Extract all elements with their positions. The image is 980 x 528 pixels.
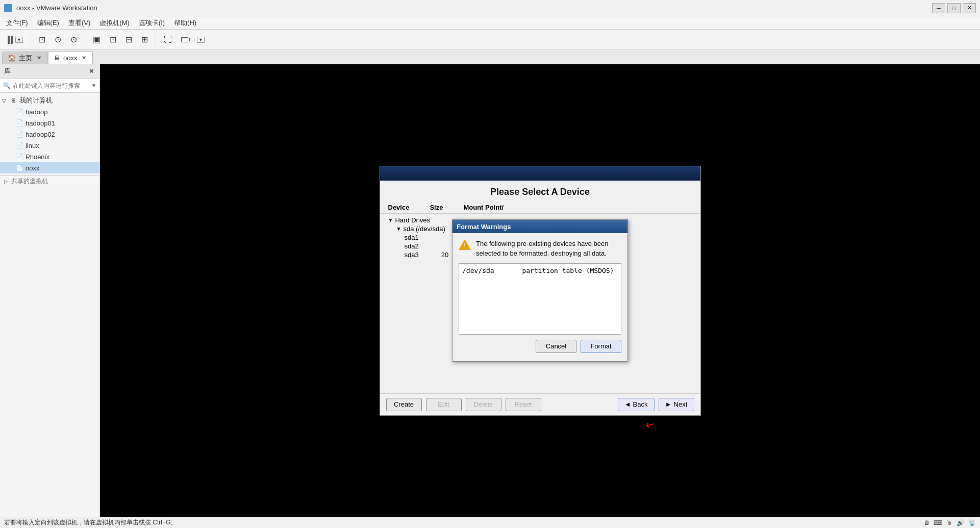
dialog-titlebar: Format Warnings	[453, 220, 627, 233]
search-bar: 🔍 ▼	[0, 79, 99, 93]
fit-dropdown[interactable]: ▼	[197, 37, 205, 43]
device-desc: partition table (MSDOS)	[522, 267, 614, 274]
sidebar-item-hadoop[interactable]: 📄 hadoop	[0, 106, 99, 117]
menu-view[interactable]: 查看(V)	[64, 17, 94, 29]
menu-vm[interactable]: 虚拟机(M)	[95, 17, 134, 29]
close-button[interactable]: ✕	[963, 3, 976, 13]
dialog-buttons: Cancel Format	[459, 340, 621, 355]
shared-vms-label: 共享的虚拟机	[11, 177, 48, 186]
expand-icon: ▷	[4, 179, 11, 184]
dialog-device-list: /dev/sda partition table (MSDOS)	[459, 263, 621, 335]
content-area: Please Select A Device Device Size Mount…	[100, 64, 980, 517]
minimize-button[interactable]: ─	[932, 3, 945, 13]
view-icon-1: ▣	[93, 35, 100, 44]
main-layout: 库 ✕ 🔍 ▼ ▽ 🖥 我的计算机 📄 hadoop 📄 hadoop	[0, 64, 980, 517]
sidebar: 库 ✕ 🔍 ▼ ▽ 🖥 我的计算机 📄 hadoop 📄 hadoop	[0, 64, 100, 517]
warning-row: ! The following pre-existing devices hav…	[459, 239, 621, 258]
status-text: 若要将输入定向到该虚拟机，请在虚拟机内部单击或按 Ctrl+G。	[4, 518, 177, 527]
vm-icon: 📄	[15, 153, 23, 161]
linux-label: linux	[26, 142, 39, 149]
menu-edit[interactable]: 编辑(E)	[33, 17, 63, 29]
format-warnings-dialog: Format Warnings ! The following pre-exis…	[452, 219, 628, 361]
app-icon	[4, 4, 12, 12]
sidebar-item-mycomputer[interactable]: ▽ 🖥 我的计算机	[0, 95, 99, 106]
status-icon-1: 🖥	[923, 519, 929, 526]
sidebar-title: 库	[4, 67, 11, 76]
tab-home[interactable]: 🏠 主页 ✕	[2, 52, 48, 64]
suspend-icon: ⊙	[55, 35, 61, 44]
red-arrow-annotation: ↙	[643, 416, 658, 433]
title-bar: ooxx - VMware Workstation ─ □ ✕	[0, 0, 980, 16]
vm-running-icon: 📄	[15, 164, 23, 172]
pause-dropdown-icon[interactable]: ▼	[15, 37, 23, 43]
restart-icon: ⊙	[70, 35, 77, 44]
toolbar: ▼ ⊡ ⊙ ⊙ ▣ ⊡ ⊟ ⊞ ⛶ ▼	[0, 30, 980, 50]
status-icons: 🖥 ⌨ 🖱 🔊 📡	[923, 519, 976, 526]
menu-tabs[interactable]: 选项卡(I)	[135, 17, 169, 29]
fit-icon	[181, 37, 194, 42]
sidebar-item-hadoop01[interactable]: 📄 hadoop01	[0, 117, 99, 129]
pause-button[interactable]: ▼	[4, 32, 27, 47]
status-icon-4: 🔊	[957, 519, 964, 526]
hadoop-label: hadoop	[26, 108, 47, 116]
suspend-button[interactable]: ⊙	[51, 32, 65, 47]
pause-icon	[8, 36, 13, 44]
restore-button[interactable]: □	[947, 3, 961, 13]
search-input[interactable]	[13, 82, 89, 89]
vm-icon: 📄	[15, 108, 23, 116]
tree-area: ▽ 🖥 我的计算机 📄 hadoop 📄 hadoop01 📄 hadoop02	[0, 93, 99, 517]
vm-icon: 📄	[15, 141, 23, 149]
sidebar-item-phoenix[interactable]: 📄 Phoenix	[0, 151, 99, 162]
sidebar-close-button[interactable]: ✕	[87, 67, 95, 76]
exclamation-icon: !	[464, 242, 466, 248]
dialog-overlay: Format Warnings ! The following pre-exis…	[380, 166, 700, 415]
search-icon: 🔍	[3, 82, 11, 89]
restart-button[interactable]: ⊙	[67, 32, 81, 47]
tab-home-label: 主页	[19, 54, 32, 63]
view-btn-4[interactable]: ⊞	[138, 32, 152, 47]
hadoop02-label: hadoop02	[26, 131, 55, 138]
sidebar-item-ooxx[interactable]: 📄 ooxx	[0, 162, 99, 173]
view-btn-2[interactable]: ⊡	[106, 32, 120, 47]
separator-1	[31, 34, 31, 46]
menu-bar: 文件(F) 编辑(E) 查看(V) 虚拟机(M) 选项卡(I) 帮助(H)	[0, 16, 980, 30]
tab-area: 🏠 主页 ✕ 🖥 ooxx ✕	[0, 50, 980, 64]
warning-icon: !	[459, 239, 471, 252]
window-controls: ─ □ ✕	[932, 3, 976, 13]
view-icon-3: ⊟	[125, 35, 132, 44]
hadoop01-label: hadoop01	[26, 119, 55, 127]
home-icon: 🏠	[8, 54, 16, 62]
tab-ooxx-close[interactable]: ✕	[80, 55, 87, 62]
format-button[interactable]: Format	[581, 340, 621, 353]
view-icon-2: ⊡	[110, 35, 116, 44]
device-path: /dev/sda	[462, 267, 494, 274]
device-sep	[498, 267, 518, 274]
tab-ooxx[interactable]: 🖥 ooxx ✕	[48, 52, 93, 64]
status-icon-2: ⌨	[934, 519, 942, 526]
title-bar-left: ooxx - VMware Workstation	[4, 4, 97, 12]
window-title: ooxx - VMware Workstation	[16, 4, 97, 12]
status-icon-5: 📡	[968, 519, 976, 526]
fit-button[interactable]: ▼	[178, 32, 208, 47]
ooxx-label: ooxx	[26, 164, 39, 172]
cancel-button[interactable]: Cancel	[536, 340, 576, 353]
warning-text: The following pre-existing devices have …	[476, 239, 621, 258]
expand-icon: ▽	[2, 98, 9, 104]
fullscreen-button[interactable]: ⛶	[160, 32, 175, 47]
vm-icon: 🖥	[54, 54, 60, 62]
sidebar-item-linux[interactable]: 📄 linux	[0, 140, 99, 151]
view-btn-3[interactable]: ⊟	[122, 32, 136, 47]
menu-help[interactable]: 帮助(H)	[170, 17, 200, 29]
view-btn-1[interactable]: ▣	[89, 32, 104, 47]
fullscreen-icon: ⛶	[164, 35, 172, 44]
power-icon: ⊡	[39, 35, 45, 44]
power-button[interactable]: ⊡	[35, 32, 49, 47]
search-dropdown-icon[interactable]: ▼	[91, 83, 96, 88]
tab-home-close[interactable]: ✕	[35, 55, 42, 62]
dialog-body: ! The following pre-existing devices hav…	[453, 233, 627, 361]
sidebar-item-hadoop02[interactable]: 📄 hadoop02	[0, 129, 99, 140]
sidebar-header: 库 ✕	[0, 64, 99, 79]
menu-file[interactable]: 文件(F)	[2, 17, 32, 29]
dialog-title: Format Warnings	[457, 223, 511, 231]
status-bar: 若要将输入定向到该虚拟机，请在虚拟机内部单击或按 Ctrl+G。 🖥 ⌨ 🖱 🔊…	[0, 517, 980, 528]
